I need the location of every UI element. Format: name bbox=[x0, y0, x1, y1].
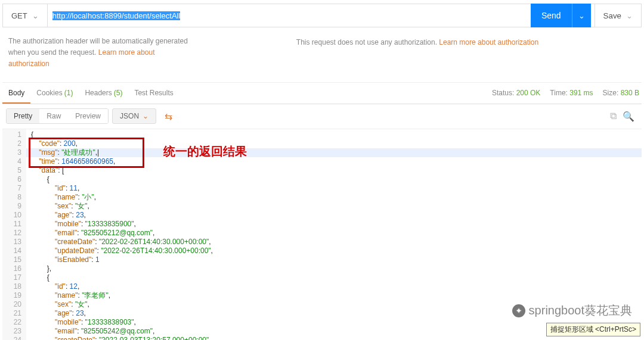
headers-count: (5) bbox=[114, 89, 123, 97]
watermark-text: springboot葵花宝典 bbox=[529, 302, 632, 319]
viewer-controls: Pretty Raw Preview JSON ⌄ ⇆ ⧉ 🔍 bbox=[2, 104, 642, 129]
tab-headers-label: Headers bbox=[85, 89, 112, 97]
http-method-label: GET bbox=[11, 11, 27, 20]
tab-body[interactable]: Body bbox=[2, 83, 30, 104]
send-label: Send bbox=[531, 11, 572, 20]
auth-right-text: This request does not use any authorizat… bbox=[199, 36, 636, 46]
url-input[interactable] bbox=[52, 11, 590, 20]
line-number-gutter: 1 2 3 4 5 6 7 8 9 10 11 12 13 14 15 16 1… bbox=[2, 129, 26, 340]
cookies-count: (1) bbox=[64, 89, 73, 97]
wrap-lines-button[interactable]: ⇆ bbox=[160, 108, 177, 125]
watermark: ✦ springboot葵花宝典 bbox=[512, 302, 632, 319]
copy-icon[interactable]: ⧉ bbox=[610, 111, 617, 122]
chevron-down-icon: ⌄ bbox=[32, 11, 39, 20]
url-input-wrap bbox=[48, 4, 595, 27]
auth-learn-link-right[interactable]: Learn more about authorization bbox=[439, 38, 538, 46]
auth-left-text: The authorization header will be automat… bbox=[8, 36, 193, 70]
view-pretty[interactable]: Pretty bbox=[7, 109, 39, 123]
size-value: 830 B bbox=[621, 89, 639, 97]
wechat-icon: ✦ bbox=[512, 304, 525, 317]
tab-test-results[interactable]: Test Results bbox=[128, 83, 179, 104]
tab-cookies-label: Cookies bbox=[36, 89, 62, 97]
auth-info-row: The authorization header will be automat… bbox=[2, 27, 642, 83]
tab-body-label: Body bbox=[8, 89, 24, 97]
wrap-icon: ⇆ bbox=[165, 111, 172, 121]
screenshot-hint-tooltip: 捕捉矩形区域 <Ctrl+PrtSc> bbox=[546, 323, 640, 336]
chevron-down-icon: ⌄ bbox=[143, 112, 148, 120]
tab-headers[interactable]: Headers (5) bbox=[79, 83, 128, 104]
time-value: 391 ms bbox=[569, 89, 593, 97]
response-status-summary: Status: 200 OK Time: 391 ms Size: 830 B bbox=[492, 89, 642, 97]
view-preview[interactable]: Preview bbox=[68, 109, 108, 123]
view-raw[interactable]: Raw bbox=[39, 109, 68, 123]
annotation-text: 统一的返回结果 bbox=[163, 144, 247, 160]
status-label: Status: 200 OK bbox=[492, 89, 540, 97]
search-icon[interactable]: 🔍 bbox=[623, 111, 634, 122]
save-label: Save bbox=[603, 11, 621, 20]
viewer-right-icons: ⧉ 🔍 bbox=[610, 111, 638, 122]
response-tabs-row: Body Cookies (1) Headers (5) Test Result… bbox=[2, 83, 642, 104]
format-label: JSON bbox=[120, 112, 139, 120]
view-mode-group: Pretty Raw Preview bbox=[6, 108, 109, 124]
chevron-down-icon: ⌄ bbox=[626, 11, 633, 20]
save-button[interactable]: Save ⌄ bbox=[595, 4, 642, 27]
chevron-down-icon: ⌄ bbox=[578, 11, 585, 20]
format-select[interactable]: JSON ⌄ bbox=[112, 108, 156, 124]
time-label: Time: 391 ms bbox=[550, 89, 593, 97]
tab-cookies[interactable]: Cookies (1) bbox=[30, 83, 79, 104]
send-button[interactable]: Send ⌄ bbox=[531, 4, 591, 27]
send-dropdown[interactable]: ⌄ bbox=[572, 4, 591, 27]
http-method-select[interactable]: GET ⌄ bbox=[3, 4, 48, 27]
auth-right-plain: This request does not use any authorizat… bbox=[296, 38, 439, 46]
tab-test-results-label: Test Results bbox=[134, 89, 173, 97]
size-label: Size: 830 B bbox=[603, 89, 639, 97]
status-value: 200 OK bbox=[516, 89, 541, 97]
